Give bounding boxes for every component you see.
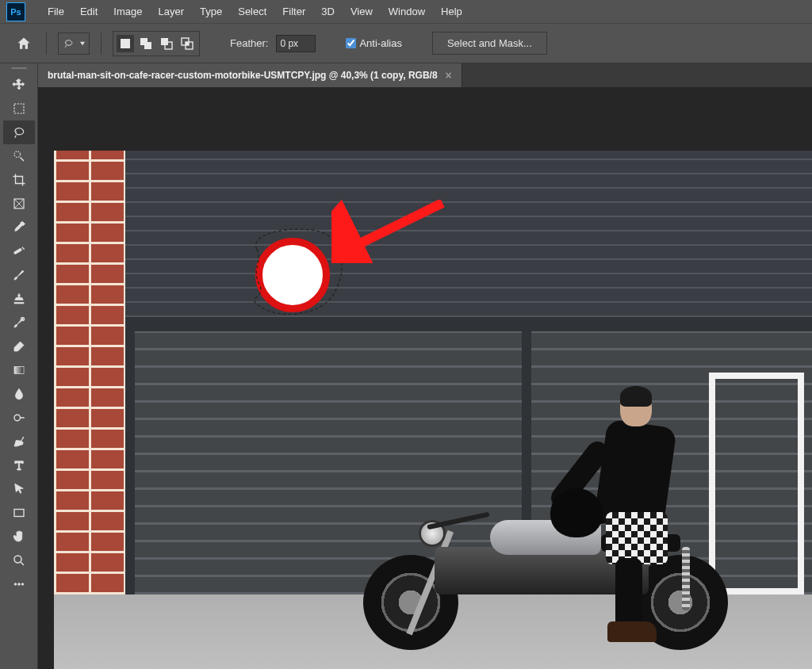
svg-rect-15	[14, 510, 24, 517]
photo-person-leg	[615, 558, 642, 631]
rectangle-tool[interactable]	[3, 501, 35, 525]
divider	[46, 32, 47, 55]
type-tool[interactable]	[3, 453, 35, 477]
photo-brick-wall	[54, 151, 125, 594]
path-selection-tool[interactable]	[3, 477, 35, 501]
svg-rect-0	[121, 39, 130, 48]
svg-point-18	[17, 583, 20, 586]
selection-subtract-button[interactable]	[158, 35, 175, 52]
svg-point-9	[14, 151, 21, 158]
lasso-tool[interactable]	[3, 120, 35, 144]
feather-input[interactable]	[276, 35, 316, 52]
photo-person	[561, 388, 696, 637]
home-button[interactable]	[13, 32, 35, 55]
selection-intersect-button[interactable]	[178, 35, 196, 52]
menu-bar: Ps File Edit Image Layer Type Select Fil…	[0, 0, 812, 24]
photo-helmet	[550, 488, 603, 537]
divider	[101, 32, 102, 55]
feather-label: Feather:	[230, 37, 268, 49]
menu-window[interactable]: Window	[381, 2, 433, 21]
menu-3d[interactable]: 3D	[313, 2, 343, 21]
history-brush-tool[interactable]	[3, 311, 35, 334]
marquee-tool[interactable]	[3, 97, 35, 120]
document-tab-bar: brutal-man-sit-on-cafe-racer-custom-moto…	[38, 63, 812, 87]
app-logo: Ps	[6, 2, 25, 21]
selection-new-button[interactable]	[117, 35, 134, 52]
frame-tool[interactable]	[3, 192, 35, 216]
menu-view[interactable]: View	[343, 2, 381, 21]
document-image	[54, 151, 812, 669]
lasso-selection-marquee	[241, 226, 350, 319]
photo-person-hair	[620, 386, 652, 407]
crop-tool[interactable]	[3, 168, 35, 192]
svg-rect-7	[186, 42, 189, 45]
pen-tool[interactable]	[3, 430, 35, 453]
menu-help[interactable]: Help	[433, 2, 470, 21]
selection-add-button[interactable]	[137, 35, 155, 52]
menu-edit[interactable]: Edit	[72, 2, 105, 21]
eyedropper-tool[interactable]	[3, 216, 35, 239]
gradient-tool[interactable]	[3, 358, 35, 382]
selection-mode-group	[113, 31, 200, 56]
edit-toolbar-button[interactable]	[3, 572, 35, 596]
svg-point-16	[14, 556, 21, 563]
antialias-checkbox[interactable]	[346, 38, 356, 48]
select-and-mask-button[interactable]: Select and Mask...	[432, 32, 547, 55]
move-tool[interactable]	[3, 73, 35, 97]
svg-point-14	[14, 415, 21, 421]
antialias-label: Anti-alias	[359, 37, 401, 49]
canvas[interactable]	[38, 87, 812, 669]
photo-pillar	[125, 317, 135, 594]
document-area: brutal-man-sit-on-cafe-racer-custom-moto…	[38, 63, 812, 669]
tool-preset-picker[interactable]	[58, 32, 90, 55]
toolbar-handle[interactable]	[0, 63, 37, 73]
svg-rect-13	[14, 367, 24, 374]
svg-point-19	[21, 583, 24, 586]
svg-point-17	[14, 583, 17, 586]
photo-person-boot	[607, 621, 657, 642]
menu-file[interactable]: File	[40, 2, 72, 21]
quick-selection-tool[interactable]	[3, 144, 35, 168]
document-tab[interactable]: brutal-man-sit-on-cafe-racer-custom-moto…	[38, 63, 462, 87]
brush-tool[interactable]	[3, 263, 35, 287]
menu-layer[interactable]: Layer	[151, 2, 193, 21]
menu-select[interactable]: Select	[230, 2, 274, 21]
toolbar	[0, 63, 38, 669]
svg-rect-2	[144, 42, 151, 49]
menu-image[interactable]: Image	[105, 2, 150, 21]
clone-stamp-tool[interactable]	[3, 287, 35, 311]
zoom-tool[interactable]	[3, 549, 35, 572]
menu-type[interactable]: Type	[192, 2, 230, 21]
blur-tool[interactable]	[3, 382, 35, 406]
eraser-tool[interactable]	[3, 334, 35, 358]
svg-rect-8	[14, 104, 24, 113]
dodge-tool[interactable]	[3, 406, 35, 430]
menu-filter[interactable]: Filter	[274, 2, 313, 21]
document-tab-title: brutal-man-sit-on-cafe-racer-custom-moto…	[48, 70, 438, 81]
photo-wall-siding	[125, 151, 812, 317]
close-icon[interactable]: ×	[446, 69, 452, 82]
antialias-checkbox-wrap[interactable]: Anti-alias	[346, 37, 401, 49]
options-bar: Feather: Anti-alias Select and Mask...	[0, 24, 812, 63]
healing-brush-tool[interactable]	[3, 239, 35, 263]
svg-rect-11	[13, 248, 22, 254]
photo-person-plaid-shirt	[606, 512, 668, 564]
hand-tool[interactable]	[3, 525, 35, 549]
